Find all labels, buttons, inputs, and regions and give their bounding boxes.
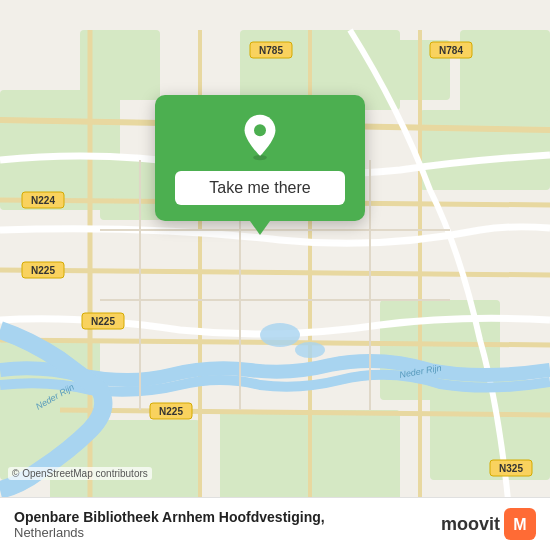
moovit-logo: moovit M: [441, 508, 536, 540]
take-me-there-button[interactable]: Take me there: [175, 171, 345, 205]
map-container: N785 N784 N224 N225 N225 N225 N325 Neder…: [0, 0, 550, 550]
svg-point-46: [254, 124, 266, 136]
location-name: Openbare Bibliotheek Arnhem Hoofdvestigi…: [14, 509, 325, 525]
popup-card: Take me there: [155, 95, 365, 221]
moovit-icon: M: [504, 508, 536, 540]
location-country: Netherlands: [14, 525, 325, 540]
svg-text:N225: N225: [91, 316, 115, 327]
svg-text:N224: N224: [31, 195, 55, 206]
svg-text:N325: N325: [499, 463, 523, 474]
bottom-bar: Openbare Bibliotheek Arnhem Hoofdvestigi…: [0, 497, 550, 550]
osm-credit: © OpenStreetMap contributors: [8, 467, 152, 480]
svg-text:N225: N225: [159, 406, 183, 417]
svg-point-22: [260, 323, 300, 347]
svg-point-23: [295, 342, 325, 358]
moovit-text: moovit: [441, 514, 500, 535]
location-info: Openbare Bibliotheek Arnhem Hoofdvestigi…: [14, 509, 325, 540]
svg-rect-4: [420, 110, 550, 190]
svg-text:N785: N785: [259, 45, 283, 56]
svg-text:M: M: [513, 516, 526, 533]
location-pin-icon: [236, 113, 284, 161]
svg-text:N225: N225: [31, 265, 55, 276]
svg-text:N784: N784: [439, 45, 463, 56]
